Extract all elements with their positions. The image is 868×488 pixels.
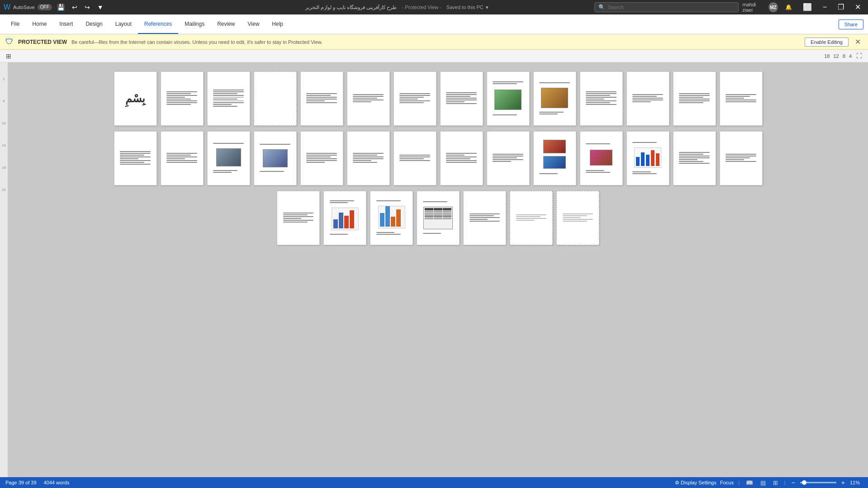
tab-view[interactable]: View bbox=[242, 14, 266, 34]
page-thumb-29[interactable] bbox=[277, 191, 320, 245]
search-bar[interactable]: 🔍 bbox=[594, 2, 739, 12]
zoom-in-button[interactable]: + bbox=[840, 479, 846, 486]
view-num-3: 8 bbox=[841, 53, 847, 59]
page-thumb-32[interactable] bbox=[417, 191, 460, 245]
view-num-1: 18 bbox=[823, 53, 831, 59]
close-protected-view-button[interactable]: ✕ bbox=[853, 38, 863, 46]
tab-home[interactable]: Home bbox=[26, 14, 53, 34]
status-left: Page 39 of 39 4044 words bbox=[5, 480, 675, 485]
tab-references[interactable]: References bbox=[138, 14, 178, 34]
page-thumb-31[interactable] bbox=[370, 191, 413, 245]
tab-file[interactable]: File bbox=[5, 14, 26, 34]
left-ruler: 2 6 10 14 18 22 bbox=[0, 62, 8, 477]
tab-help[interactable]: Help bbox=[266, 14, 289, 34]
page-thumb-18[interactable] bbox=[254, 131, 297, 185]
save-button[interactable]: 💾 bbox=[55, 3, 67, 11]
autosave-label: AutoSave bbox=[13, 5, 35, 10]
customize-qat-button[interactable]: ▼ bbox=[95, 3, 106, 11]
title-bar-right: 🔍 mahdi ziaei MZ 🔔 ⬜ − ❐ ✕ bbox=[594, 2, 864, 13]
print-layout-button[interactable]: ▤ bbox=[759, 479, 768, 487]
page-thumb-22[interactable] bbox=[440, 131, 483, 185]
page-thumb-4[interactable] bbox=[254, 71, 297, 126]
page-thumb-27[interactable] bbox=[673, 131, 716, 185]
shield-icon: 🛡 bbox=[5, 37, 14, 47]
protected-view-bar: 🛡 PROTECTED VIEW Be careful—files from t… bbox=[0, 34, 868, 50]
restore-button[interactable]: ❐ bbox=[834, 3, 848, 12]
page-thumb-28[interactable] bbox=[720, 131, 763, 185]
page-thumb-2[interactable] bbox=[161, 71, 204, 126]
page-image-1 bbox=[494, 90, 522, 110]
page-thumb-5[interactable] bbox=[300, 71, 343, 126]
zoom-slider[interactable] bbox=[800, 482, 836, 483]
page-thumb-20[interactable] bbox=[347, 131, 390, 185]
title-bar: W AutoSave OFF 💾 ↩ ↪ ▼ طرح کارآفرینی فرو… bbox=[0, 0, 868, 14]
page-info: Page 39 of 39 bbox=[5, 480, 37, 485]
page-thumb-25[interactable] bbox=[580, 131, 623, 185]
ribbon-display-button[interactable]: ⬜ bbox=[799, 3, 816, 12]
page-thumb-23[interactable] bbox=[487, 131, 530, 185]
ruler-mark: 14 bbox=[2, 143, 6, 147]
autosave-toggle[interactable]: OFF bbox=[38, 4, 52, 10]
view-controls: 18 12 8 4 ⛶ bbox=[823, 52, 864, 60]
page-thumb-3[interactable] bbox=[207, 71, 250, 126]
protected-view-label: PROTECTED VIEW bbox=[18, 39, 67, 45]
title-bar-left: W AutoSave OFF 💾 ↩ ↪ ▼ bbox=[4, 3, 200, 11]
page-thumb-15[interactable] bbox=[114, 131, 157, 185]
focus-button[interactable]: Focus bbox=[720, 480, 734, 485]
share-button[interactable]: Share bbox=[839, 19, 863, 29]
display-settings-button[interactable]: ⚙ Display Settings bbox=[675, 480, 716, 486]
status-right: ⚙ Display Settings Focus | 📖 ▤ ⊞ | − + 1… bbox=[675, 479, 863, 487]
page-thumb-10[interactable] bbox=[533, 71, 576, 126]
protected-view-description: Be careful—files from the Internet can c… bbox=[71, 39, 800, 45]
page-thumb-7[interactable] bbox=[394, 71, 436, 126]
user-avatar[interactable]: MZ bbox=[768, 2, 778, 12]
undo-button[interactable]: ↩ bbox=[70, 3, 80, 11]
user-name: mahdi ziaei bbox=[742, 2, 766, 13]
logo-symbol: بِسْمِ bbox=[125, 92, 145, 105]
page-thumb-6[interactable] bbox=[347, 71, 390, 126]
dropdown-arrow[interactable]: ▼ bbox=[485, 5, 489, 10]
page-thumb-8[interactable] bbox=[440, 71, 483, 126]
fit-icon-button[interactable]: ⛶ bbox=[854, 52, 864, 60]
separator-1: | bbox=[738, 480, 740, 485]
tab-design[interactable]: Design bbox=[79, 14, 109, 34]
page-thumb-34[interactable] bbox=[510, 191, 553, 245]
tab-insert[interactable]: Insert bbox=[53, 14, 79, 34]
page-image-clothes2 bbox=[543, 156, 566, 169]
display-settings-icon: ⚙ bbox=[675, 480, 679, 486]
close-button[interactable]: ✕ bbox=[851, 3, 864, 12]
zoom-out-button[interactable]: − bbox=[790, 479, 797, 486]
word-icon: W bbox=[4, 3, 10, 11]
page-thumb-26[interactable] bbox=[626, 131, 669, 185]
page-thumb-35[interactable] bbox=[556, 191, 599, 245]
page-thumb-30[interactable] bbox=[323, 191, 366, 245]
page-thumb-24[interactable] bbox=[533, 131, 576, 185]
status-bar: Page 39 of 39 4044 words ⚙ Display Setti… bbox=[0, 477, 868, 488]
page-thumb-17[interactable] bbox=[207, 131, 250, 185]
page-thumb-12[interactable] bbox=[626, 71, 669, 126]
read-mode-button[interactable]: 📖 bbox=[744, 479, 755, 487]
page-thumb-1[interactable]: بِسْمِ bbox=[114, 71, 157, 126]
redo-button[interactable]: ↪ bbox=[82, 3, 92, 11]
page-thumb-13[interactable] bbox=[673, 71, 716, 126]
page-thumb-9[interactable] bbox=[487, 71, 530, 126]
page-thumb-14[interactable] bbox=[720, 71, 763, 126]
notifications-button[interactable]: 🔔 bbox=[782, 4, 796, 11]
web-layout-button[interactable]: ⊞ bbox=[771, 479, 780, 487]
page-thumb-21[interactable] bbox=[394, 131, 436, 185]
page-thumb-33[interactable] bbox=[463, 191, 506, 245]
view-mode-label: - Protected View - bbox=[402, 5, 441, 10]
tab-review[interactable]: Review bbox=[211, 14, 241, 34]
fit-page-button[interactable]: ⊞ bbox=[4, 52, 14, 61]
tab-layout[interactable]: Layout bbox=[109, 14, 138, 34]
tab-mailings[interactable]: Mailings bbox=[178, 14, 211, 34]
toolbar-row: ⊞ 18 12 8 4 ⛶ bbox=[0, 50, 868, 62]
minimize-button[interactable]: − bbox=[819, 3, 830, 12]
ruler-mark: 6 bbox=[3, 99, 5, 103]
page-thumb-16[interactable] bbox=[161, 131, 204, 185]
zoom-track bbox=[800, 482, 836, 483]
enable-editing-button[interactable]: Enable Editing bbox=[805, 38, 849, 47]
search-input[interactable] bbox=[608, 5, 735, 10]
page-thumb-11[interactable] bbox=[580, 71, 623, 126]
page-thumb-19[interactable] bbox=[300, 131, 343, 185]
